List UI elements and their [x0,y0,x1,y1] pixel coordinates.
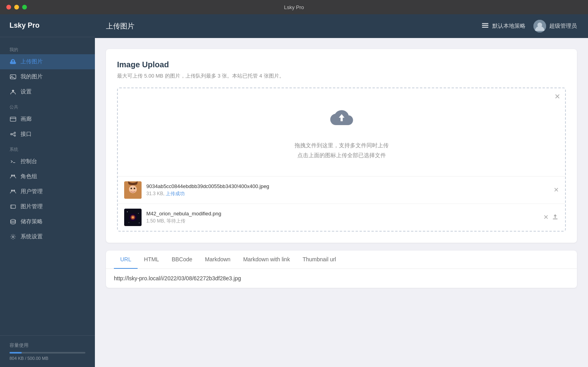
myimages-icon [9,73,17,80]
upload-icon [9,58,17,65]
svg-point-35 [139,222,140,223]
sidebar-item-sys-settings[interactable]: 系统设置 [0,229,95,244]
sidebar-item-roles[interactable]: 角色组 [0,169,95,184]
upload-title: Image Upload [117,60,566,69]
sidebar-item-users[interactable]: 用户管理 [0,184,95,199]
file-thumbnail-2 [124,209,142,226]
url-tabs: URL HTML BBCode Markdown Markdown with l… [106,251,577,269]
users-icon [9,188,17,195]
svg-point-27 [134,188,135,189]
svg-rect-18 [482,23,488,24]
file-remove-button-2[interactable]: ✕ [543,214,548,221]
sidebar-item-gallery[interactable]: 画廊 [0,112,95,127]
tab-markdown[interactable]: Markdown [199,251,237,269]
svg-point-26 [130,188,132,189]
dropzone-area[interactable]: 拖拽文件到这里，支持多文件同时上传 点击上面的图标上传全部已选择文件 [118,88,565,176]
url-content: http://lsky-pro.local/i/2022/03/08/62272… [106,269,577,288]
settings-user-icon [9,88,17,95]
close-button[interactable] [6,5,11,10]
dropzone-hint: 拖拽文件到这里，支持多文件同时上传 点击上面的图标上传全部已选择文件 [295,141,389,160]
svg-point-16 [11,219,15,221]
api-icon [9,131,17,138]
file-actions-2: ✕ [543,213,559,222]
sidebar-item-console[interactable]: 控制台 [0,154,95,169]
sys-settings-icon [9,233,17,240]
file-item-2: M42_orion_nebula_modified.png 1.50 MB, 等… [118,204,565,231]
svg-point-6 [14,132,16,134]
svg-point-5 [11,133,12,135]
sidebar-item-upload-label: 上传图片 [21,58,43,65]
tab-bbcode[interactable]: BBCode [165,251,199,269]
roles-icon [9,173,17,180]
svg-point-17 [12,236,14,238]
dropzone-close-button[interactable]: ✕ [554,93,560,100]
tab-html[interactable]: HTML [138,251,165,269]
file-name-2: M42_orion_nebula_modified.png [146,211,539,217]
file-remove-button-1[interactable]: ✕ [554,187,559,193]
main-area: 上传图片 默认本地策略 超级管理员 [95,14,588,367]
svg-point-12 [13,175,15,176]
sidebar-item-myimages[interactable]: 我的图片 [0,69,95,84]
svg-line-9 [12,135,14,135]
user-menu[interactable]: 超级管理员 [533,20,577,32]
url-card: URL HTML BBCode Markdown Markdown with l… [106,251,577,288]
console-icon [9,158,17,165]
header: 上传图片 默认本地策略 超级管理员 [95,14,588,38]
svg-point-32 [127,211,128,212]
file-list: 9034ab5cc0844ebdbb39dc0055bb3430!400x400… [118,176,565,231]
image-mgmt-icon [9,203,17,210]
window-controls [6,5,27,10]
storage-info: 804 KB / 500.00 MB [9,356,85,361]
upload-desc: 最大可上传 5.00 MB 的图片，上传队列最多 3 张。本站已托管 4 张图片… [117,72,566,80]
svg-point-7 [14,135,16,137]
svg-point-34 [129,222,129,223]
svg-rect-19 [482,25,488,26]
section-label-public: 公共 [0,99,95,112]
sidebar-item-sys-settings-label: 系统设置 [21,233,43,240]
gallery-icon [9,116,17,123]
file-upload-button-2[interactable] [552,213,559,222]
sidebar-item-api-label: 接口 [21,131,32,138]
svg-point-14 [13,190,15,191]
file-thumbnail-1 [124,181,142,199]
svg-rect-15 [11,205,15,209]
file-status-2: 等待上传 [166,218,185,224]
file-meta-1: 31.3 KB, 上传成功 [146,190,549,197]
sidebar-item-myimages-label: 我的图片 [21,73,43,80]
file-meta-2: 1.50 MB, 等待上传 [146,218,539,224]
tab-thumbnail-url[interactable]: Thumbnail url [296,251,342,269]
sidebar-footer: 容量使用 804 KB / 500.00 MB [0,335,95,367]
sidebar-item-console-label: 控制台 [21,158,37,165]
tab-url[interactable]: URL [114,251,138,269]
storage-icon [9,218,17,225]
svg-point-13 [11,190,13,191]
titlebar: Lsky Pro [0,0,588,14]
file-actions-1: ✕ [554,187,559,193]
minimize-button[interactable] [14,5,19,10]
user-label: 超级管理员 [549,23,577,30]
dropzone[interactable]: ✕ 拖拽文件到这里，支持多文件同时上传 点击上面的图标上传全部已选择文件 [117,87,566,232]
sidebar-item-users-label: 用户管理 [21,188,43,195]
sidebar-item-api[interactable]: 接口 [0,127,95,142]
svg-point-11 [11,175,13,176]
strategy-selector[interactable]: 默认本地策略 [481,21,526,31]
sidebar-item-upload[interactable]: 上传图片 [0,54,95,69]
file-status-1: 上传成功 [166,191,185,196]
sidebar-item-settings[interactable]: 设置 [0,84,95,99]
storage-bar-background [9,352,85,354]
sidebar-item-storage[interactable]: 储存策略 [0,214,95,229]
section-label-mine: 我的 [0,42,95,54]
svg-point-33 [138,213,139,214]
sidebar-item-image-mgmt[interactable]: 图片管理 [0,199,95,214]
avatar [533,20,546,32]
sidebar-item-storage-label: 储存策略 [21,218,43,225]
tab-markdown-link[interactable]: Markdown with link [237,251,296,269]
maximize-button[interactable] [22,5,27,10]
storage-label: 容量使用 [9,342,85,349]
file-item: 9034ab5cc0844ebdbb39dc0055bb3430!400x400… [118,177,565,204]
file-info-1: 9034ab5cc0844ebdbb39dc0055bb3430!400x400… [146,183,549,197]
app-layout: Lsky Pro 我的 上传图片 我的图片 设置 [0,14,588,367]
sidebar-item-image-mgmt-label: 图片管理 [21,203,43,210]
storage-bar-fill [9,352,22,354]
upload-card: Image Upload 最大可上传 5.00 MB 的图片，上传队列最多 3 … [106,49,577,243]
